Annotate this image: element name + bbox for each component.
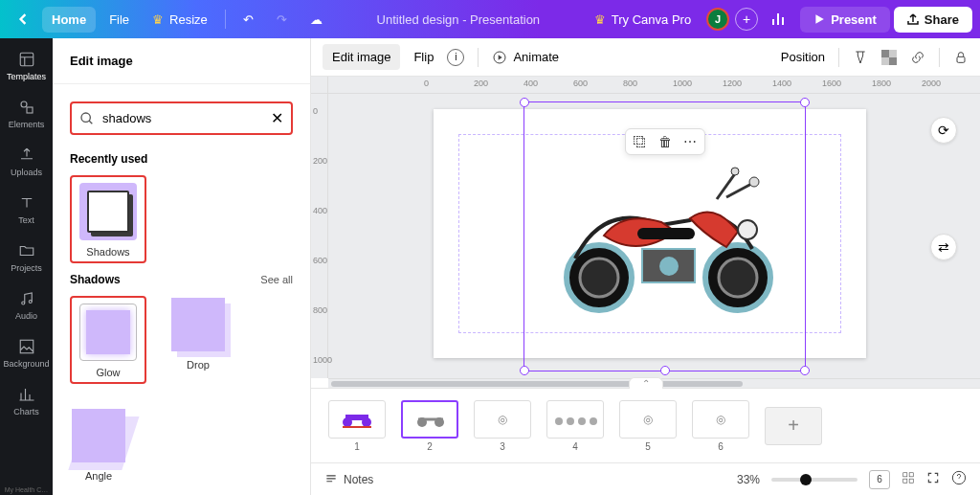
stage[interactable]: ⿻ 🗑 ⋯ ⟳ ⇄: [328, 94, 980, 378]
insights-button[interactable]: [762, 6, 796, 33]
effect-tile-drop[interactable]: Drop: [169, 296, 227, 384]
link-icon[interactable]: [910, 50, 925, 65]
svg-point-18: [749, 177, 759, 187]
separator: [838, 48, 839, 67]
svg-point-4: [29, 301, 32, 304]
duplicate-button[interactable]: ⿻: [634, 134, 647, 149]
edit-image-button[interactable]: Edit image: [323, 44, 400, 70]
home-button[interactable]: Home: [42, 7, 96, 33]
resize-button[interactable]: ♛Resize: [143, 7, 217, 33]
user-avatar[interactable]: J: [706, 8, 729, 31]
resize-handle[interactable]: [660, 366, 670, 375]
svg-point-28: [567, 417, 574, 425]
page-thumb-5[interactable]: ◎: [619, 400, 677, 439]
invite-button[interactable]: +: [735, 8, 758, 31]
add-page-button[interactable]: +: [765, 407, 822, 445]
recently-used-header: Recently used: [53, 152, 310, 166]
status-bar: Notes 33% 6: [311, 462, 980, 495]
panel-title: Edit image: [53, 38, 310, 84]
separator: [225, 10, 226, 29]
rail-projects[interactable]: Projects: [0, 234, 53, 281]
crown-icon: ♛: [152, 12, 164, 27]
svg-rect-32: [909, 473, 913, 477]
zoom-slider-knob[interactable]: [800, 474, 812, 485]
page-thumb-1[interactable]: [328, 400, 386, 439]
delete-button[interactable]: 🗑: [658, 134, 672, 149]
notes-button[interactable]: Notes: [324, 473, 373, 486]
glow-thumb: [79, 304, 137, 361]
swap-image-button[interactable]: ⇄: [930, 234, 957, 260]
redo-button[interactable]: ↷: [267, 7, 297, 33]
canvas-area: 02004006008001000: [311, 94, 980, 378]
svg-rect-31: [903, 473, 907, 477]
lock-icon[interactable]: [953, 50, 969, 65]
more-options-button[interactable]: ⋯: [683, 134, 697, 149]
zoom-value[interactable]: 33%: [737, 473, 760, 486]
transparency-icon[interactable]: [881, 50, 897, 65]
svg-rect-23: [345, 415, 368, 420]
svg-rect-34: [909, 479, 913, 483]
clear-search-icon[interactable]: ✕: [271, 109, 283, 127]
pages-pulltab[interactable]: ⌃: [629, 377, 663, 389]
present-button[interactable]: Present: [800, 7, 890, 33]
notes-icon: [324, 473, 338, 486]
page-thumb-3[interactable]: ◎: [474, 400, 531, 439]
try-pro-button[interactable]: ♛Try Canva Pro: [585, 7, 701, 33]
position-button[interactable]: Position: [781, 50, 825, 64]
animate-icon: [492, 50, 507, 65]
rail-text[interactable]: Text: [0, 186, 53, 234]
flip-button[interactable]: Flip: [413, 50, 434, 64]
rail-audio[interactable]: Audio: [0, 281, 53, 329]
regenerate-button[interactable]: ⟳: [930, 117, 957, 144]
see-all-link[interactable]: See all: [260, 274, 293, 285]
edit-image-panel: Edit image ✕ Recently used Shadows Shado…: [53, 38, 311, 495]
grid-view-icon[interactable]: [902, 471, 915, 487]
rail-uploads[interactable]: Uploads: [0, 138, 53, 186]
svg-point-27: [555, 417, 563, 425]
effect-tile-glow[interactable]: Glow: [70, 296, 146, 384]
page-count-button[interactable]: 6: [869, 470, 890, 489]
info-button[interactable]: i: [447, 49, 464, 66]
share-button[interactable]: Share: [894, 7, 972, 33]
page-thumb-6[interactable]: ◎: [692, 400, 749, 439]
scrollbar-thumb[interactable]: [331, 381, 743, 387]
back-button[interactable]: [8, 8, 38, 31]
effect-search-input[interactable]: [102, 111, 263, 125]
separator: [939, 48, 940, 67]
color-sampler-icon[interactable]: [853, 50, 868, 65]
resize-handle[interactable]: [520, 98, 529, 107]
svg-point-15: [719, 259, 757, 297]
page-thumb-2[interactable]: [401, 400, 458, 439]
rail-background[interactable]: Background: [0, 329, 53, 377]
svg-rect-16: [637, 228, 695, 239]
undo-button[interactable]: ↶: [234, 7, 263, 33]
svg-point-6: [81, 113, 90, 122]
page-thumb-4[interactable]: [546, 400, 604, 439]
selected-image-motorcycle[interactable]: [546, 144, 786, 316]
side-rail: Templates Elements Uploads Text Projects…: [0, 38, 53, 495]
file-menu[interactable]: File: [100, 7, 139, 33]
angle-thumb: [70, 407, 127, 464]
rail-templates[interactable]: Templates: [0, 42, 53, 90]
help-icon[interactable]: [951, 470, 967, 488]
svg-point-17: [659, 257, 679, 276]
svg-rect-11: [957, 56, 965, 62]
rail-footer: My Health C…: [0, 486, 53, 493]
resize-handle[interactable]: [800, 366, 810, 375]
animate-button[interactable]: Animate: [492, 50, 559, 65]
rail-charts[interactable]: Charts: [0, 377, 53, 425]
resize-handle[interactable]: [800, 98, 810, 107]
svg-point-30: [590, 417, 597, 425]
cloud-sync-icon[interactable]: ☁: [301, 7, 332, 33]
separator: [478, 48, 479, 67]
effect-tile-shadows-recent[interactable]: Shadows: [70, 175, 146, 263]
rail-elements[interactable]: Elements: [0, 90, 53, 138]
document-title[interactable]: Untitled design - Presentation: [336, 12, 581, 27]
effect-search[interactable]: ✕: [70, 101, 293, 135]
search-icon: [79, 111, 95, 126]
fullscreen-icon[interactable]: [926, 471, 940, 487]
effect-tile-angle[interactable]: Angle: [70, 407, 127, 482]
svg-rect-0: [20, 53, 33, 66]
resize-handle[interactable]: [520, 366, 529, 375]
zoom-slider[interactable]: [771, 478, 858, 482]
